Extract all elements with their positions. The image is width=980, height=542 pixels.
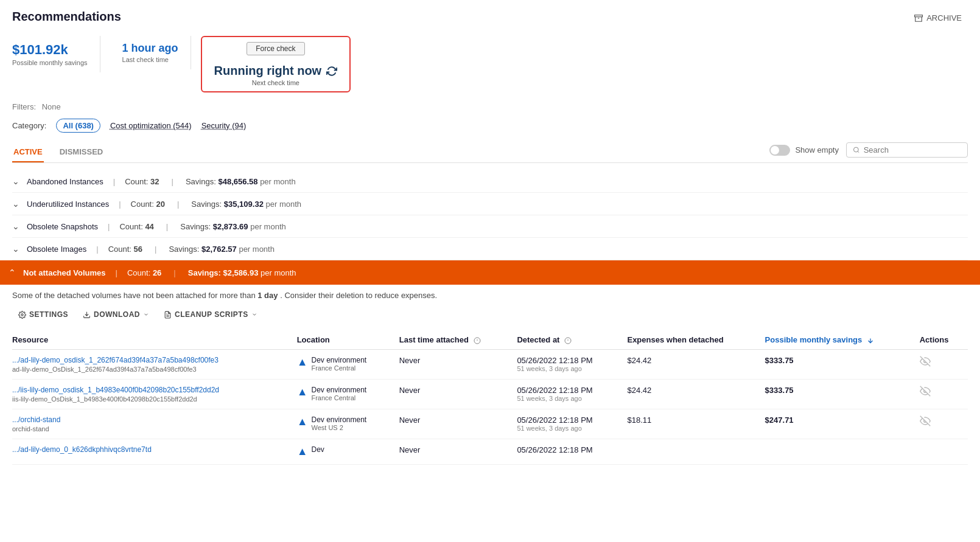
- chevron-images[interactable]: ⌄: [12, 244, 19, 254]
- cell-detected-2: 05/26/2022 12:18 PM 51 weeks, 3 days ago: [517, 380, 627, 409]
- savings-value: $101.92k: [12, 42, 88, 58]
- category-cost[interactable]: Cost optimization (544): [110, 121, 192, 130]
- cell-last-attached-3: Never: [399, 409, 517, 439]
- cell-expenses-2: $24.42: [627, 380, 765, 409]
- table-row: .../iis-lily-demo_osdisk_1_b4983e400f0b4…: [12, 380, 968, 409]
- section-name-snapshots: Obsolete Snapshots: [27, 222, 98, 231]
- cell-expenses-4: [627, 439, 765, 465]
- cell-actions-2: [920, 380, 968, 409]
- archive-icon: [914, 14, 923, 23]
- last-check-value: 1 hour ago: [122, 42, 178, 55]
- toggle-knob: [771, 146, 779, 155]
- last-attached-info-icon: [474, 337, 481, 344]
- volumes-table: Resource Location Last time attached Det…: [12, 330, 968, 465]
- svg-point-2: [853, 147, 858, 152]
- dismiss-icon-2[interactable]: [920, 388, 931, 398]
- download-button[interactable]: DOWNLOAD: [77, 307, 155, 322]
- dismiss-icon-1[interactable]: [920, 358, 931, 369]
- sync-icon: [326, 66, 337, 77]
- cell-resource-4: .../ad-lily-demo_0_k626dkphhivqc8vrtne7t…: [12, 439, 297, 465]
- tab-dismissed[interactable]: DISMISSED: [58, 142, 105, 162]
- cleanup-scripts-button[interactable]: CLEANUP SCRIPTS: [158, 307, 264, 322]
- cell-savings-1: $333.75: [765, 350, 920, 380]
- section-volumes: ⌃ Not attached Volumes | Count: 26 | Sav…: [0, 260, 980, 285]
- toolbar: SETTINGS DOWNLOAD CLEANUP SCRIPTS: [12, 307, 968, 322]
- download-icon: [83, 311, 91, 319]
- cell-actions-4: [920, 439, 968, 465]
- search-input[interactable]: [864, 145, 961, 155]
- tab-active[interactable]: ACTIVE: [12, 142, 44, 162]
- cell-location-3: ▲ Dev environment West US 2: [297, 409, 399, 439]
- sort-down-icon: [867, 337, 874, 344]
- settings-button[interactable]: SETTINGS: [12, 307, 74, 322]
- cell-location-1: ▲ Dev environment France Central: [297, 350, 399, 380]
- col-savings[interactable]: Possible monthly savings: [765, 330, 920, 350]
- cell-detected-1: 05/26/2022 12:18 PM 51 weeks, 3 days ago: [517, 350, 627, 380]
- force-check-button[interactable]: Force check: [247, 42, 304, 55]
- download-chevron-icon: [143, 311, 149, 318]
- savings-stat: $101.92k Possible monthly savings: [12, 36, 100, 72]
- category-all[interactable]: All (638): [56, 119, 100, 133]
- cell-actions-1: [920, 350, 968, 380]
- section-count-abandoned: Count: 32: [125, 177, 159, 186]
- azure-icon-1: ▲: [297, 356, 308, 369]
- cleanup-chevron-icon: [251, 311, 257, 318]
- cell-resource-1: .../ad-lily-demo_osdisk_1_262f674ad39f4a…: [12, 350, 297, 380]
- last-check-stat: 1 hour ago Last check time: [110, 36, 191, 69]
- detected-info-icon: [564, 337, 572, 344]
- cell-savings-4: [765, 439, 920, 465]
- chevron-volumes[interactable]: ⌃: [9, 268, 16, 277]
- section-count-images: Count: 56: [108, 245, 142, 254]
- table-row: .../ad-lily-demo_osdisk_1_262f674ad39f4a…: [12, 350, 968, 380]
- show-empty-label: Show empty: [795, 145, 839, 155]
- col-resource: Resource: [12, 330, 297, 350]
- cell-last-attached-2: Never: [399, 380, 517, 409]
- filters-label: Filters:: [12, 102, 36, 111]
- section-abandoned: ⌄ Abandoned Instances | Count: 32 | Savi…: [12, 170, 968, 193]
- chevron-underutilized[interactable]: ⌄: [12, 199, 19, 209]
- category-label: Category:: [12, 121, 46, 130]
- cell-last-attached-1: Never: [399, 350, 517, 380]
- col-expenses: Expenses when detached: [627, 330, 765, 350]
- cell-actions-3: [920, 409, 968, 439]
- force-check-panel: Force check Running right now Next check…: [201, 36, 351, 92]
- section-savings-underutilized: Savings: $35,109.32 per month: [191, 200, 301, 209]
- cell-expenses-1: $24.42: [627, 350, 765, 380]
- cell-detected-4: 05/26/2022 12:18 PM: [517, 439, 627, 465]
- settings-icon: [18, 311, 26, 319]
- dismiss-icon-3[interactable]: [920, 418, 931, 428]
- search-box[interactable]: [846, 142, 968, 158]
- section-savings-label-abandoned: Savings: $48,656.58 per month: [186, 177, 296, 186]
- chevron-abandoned[interactable]: ⌄: [12, 176, 19, 186]
- filters-row: Filters: None: [12, 102, 968, 111]
- category-security[interactable]: Security (94): [201, 121, 247, 130]
- show-empty-toggle[interactable]: [769, 145, 790, 156]
- section-underutilized: ⌄ Underutilized Instances | Count: 20 | …: [12, 193, 968, 215]
- section-savings-volumes: Savings: $2,586.93 per month: [188, 268, 296, 277]
- savings-label: Possible monthly savings: [12, 59, 88, 66]
- category-row: Category: All (638) Cost optimization (5…: [12, 119, 968, 133]
- section-name-volumes: Not attached Volumes: [23, 268, 106, 277]
- cell-resource-3: .../orchid-stand orchid-stand: [12, 409, 297, 439]
- col-actions: Actions: [920, 330, 968, 350]
- search-icon: [853, 146, 860, 154]
- running-label: Running right now: [214, 64, 322, 78]
- cell-location-2: ▲ Dev environment France Central: [297, 380, 399, 409]
- azure-icon-4: ▲: [297, 445, 308, 458]
- section-count-underutilized: Count: 20: [131, 200, 165, 209]
- page-title: Recommendations: [12, 10, 121, 24]
- cell-resource-2: .../iis-lily-demo_osdisk_1_b4983e400f0b4…: [12, 380, 297, 409]
- svg-rect-0: [915, 15, 923, 16]
- cell-location-4: ▲ Dev: [297, 439, 399, 465]
- detach-notice: Some of the detached volumes have not be…: [12, 285, 968, 307]
- section-images: ⌄ Obsolete Images | Count: 56 | Savings:…: [12, 238, 968, 260]
- col-last-attached: Last time attached: [399, 330, 517, 350]
- tabs-row: ACTIVE DISMISSED Show empty: [12, 142, 968, 163]
- section-count-volumes: Count: 26: [127, 268, 161, 277]
- archive-button[interactable]: ARCHIVE: [908, 10, 968, 26]
- cleanup-icon: [164, 311, 172, 319]
- section-count-snapshots: Count: 44: [119, 222, 153, 231]
- section-savings-images: Savings: $2,762.57 per month: [169, 245, 275, 254]
- cell-expenses-3: $18.11: [627, 409, 765, 439]
- chevron-snapshots[interactable]: ⌄: [12, 221, 19, 231]
